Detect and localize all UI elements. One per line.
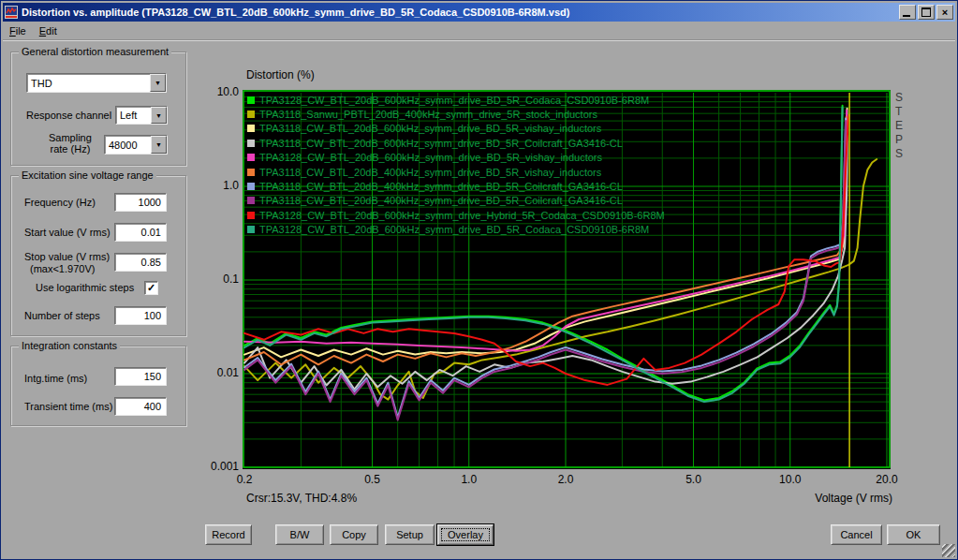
menu-edit[interactable]: Edit [33,23,64,38]
legend-row: TPA3128_CW_BTL_20dB_600kHz_symm_drive_BD… [245,223,665,237]
log-steps-checkbox[interactable]: ✓ [144,281,158,295]
x-tick-label: 0.2 [224,473,265,486]
chart-title: Distortion (%) [246,68,315,81]
sampling-rate-label: Sampling rate (Hz) [49,132,92,155]
y-tick-label: 0.1 [196,273,239,286]
close-icon: × [942,7,948,17]
x-tick-label: 2.0 [545,473,586,486]
legend-label: TPA3118_CW_BTL_20dB_600kHz_symm_drive_BD… [259,123,601,134]
overlay-button[interactable]: Overlay [437,524,494,545]
transient-time-field[interactable]: 400 [114,397,167,416]
x-tick-label: 1.0 [449,473,490,486]
legend-marker [247,197,255,204]
x-tick-label: 0.5 [351,473,392,486]
legend-marker [247,169,255,176]
legend-row: TPA3118_CW_BTL_20dB_600kHz_symm_drive_BD… [245,136,665,150]
legend-marker [247,212,255,219]
menu-bar: File Edit [3,22,955,40]
measurement-type-value: THD [27,78,150,89]
legend-label: TPA3118_CW_BTL_20dB_600kHz_symm_drive_BD… [259,138,623,149]
legend-label: TPA3128_CW_BTL_20dB_600kHz_symm_drive_BD… [259,95,649,106]
cursor-readout: Crsr:15.3V, THD:4.8% [246,492,357,505]
measurement-type-combo[interactable]: THD ▼ [26,73,167,93]
intg-time-field[interactable]: 150 [114,367,167,386]
close-button[interactable]: × [936,5,953,20]
legend-row: TPA3118_CW_BTL_20dB_400kHz_symm_drive_BD… [245,179,665,193]
legend-label: TPA3128_CW_BTL_20dB_600kHz_symm_drive_Hy… [259,210,665,221]
number-of-steps-field[interactable]: 100 [114,306,167,325]
log-steps-label: Use logarithmic steps [36,282,134,293]
legend-marker [247,183,255,190]
response-channel-combo[interactable]: Left ▼ [115,106,168,125]
minimize-icon [903,15,910,17]
chevron-down-icon[interactable]: ▼ [150,74,166,92]
frequency-label: Frequency (Hz) [24,197,96,208]
record-button[interactable]: Record [205,524,252,545]
excitation-group: Excitation sine voltage range Frequency … [10,175,186,336]
legend-label: TPA3128_CW_BTL_20dB_600kHz_symm_drive_BD… [259,224,649,235]
legend-marker [247,154,255,161]
maximize-button[interactable] [918,5,935,20]
x-tick-label: 10.0 [770,473,811,486]
chevron-down-icon[interactable]: ▼ [151,107,167,124]
legend-marker [247,111,255,118]
cancel-button[interactable]: Cancel [831,524,882,545]
integration-group: Integration constants Intg.time (ms) 150… [10,346,186,426]
legend-label: TPA3128_CW_BTL_20dB_600kHz_symm_drive_BD… [259,152,602,163]
chevron-down-icon[interactable]: ▼ [151,136,167,154]
y-tick-label: 10.0 [196,85,239,98]
app-icon [5,6,18,19]
legend-row: TPA3118_Sanwu_PBTL_20dB_400kHz_symm_driv… [245,107,665,121]
legend-marker [247,125,255,132]
legend-row: TPA3128_CW_BTL_20dB_600kHz_symm_drive_BD… [245,93,665,107]
start-value-field[interactable]: 0.01 [114,223,167,242]
x-axis-title: Voltage (V rms) [750,492,892,505]
number-of-steps-label: Number of steps [24,310,100,321]
legend-row: TPA3128_CW_BTL_20dB_600kHz_symm_drive_BD… [245,151,665,165]
y-tick-label: 0.001 [196,460,239,473]
chart-legend: TPA3128_CW_BTL_20dB_600kHz_symm_drive_BD… [245,93,665,237]
excitation-group-title: Excitation sine voltage range [19,169,156,181]
legend-marker [247,140,255,147]
response-channel-value: Left [116,110,151,121]
y-tick-label: 0.01 [196,366,239,379]
legend-row: TPA3128_CW_BTL_20dB_600kHz_symm_drive_Hy… [245,208,665,222]
stop-value-note: (max<1.970V) [30,263,95,274]
legend-label: TPA3118_CW_BTL_20dB_400kHz_symm_drive_BD… [259,167,601,178]
steps-side-label: S T E P S [895,91,903,161]
window-title: Distortion vs. amplitude (TPA3128_CW_BTL… [22,7,897,18]
sampling-rate-combo[interactable]: 48000 ▼ [104,135,168,155]
title-bar[interactable]: Distortion vs. amplitude (TPA3128_CW_BTL… [3,3,955,22]
menu-file[interactable]: File [3,23,33,38]
ok-button[interactable]: OK [887,524,940,545]
response-channel-label: Response channel [26,110,111,121]
start-value-label: Start value (V rms) [24,227,111,238]
bw-button[interactable]: B/W [275,524,324,545]
legend-row: TPA3118_CW_BTL_20dB_400kHz_symm_drive_BD… [245,165,665,179]
minimize-button[interactable] [899,5,916,20]
legend-label: TPA3118_CW_BTL_20dB_400kHz_symm_drive_BD… [259,195,623,206]
legend-row: TPA3118_CW_BTL_20dB_400kHz_symm_drive_BD… [245,194,665,208]
legend-marker [247,226,255,233]
general-distortion-group: General distortion measurement THD ▼ Res… [10,52,186,166]
sampling-rate-value: 48000 [105,140,151,151]
integration-group-title: Integration constants [19,340,120,351]
stop-value-field[interactable]: 0.85 [114,253,167,272]
legend-label: TPA3118_Sanwu_PBTL_20dB_400kHz_symm_driv… [259,109,597,120]
copy-button[interactable]: Copy [330,524,378,545]
stop-value-label: Stop value (V rms) [24,251,110,262]
y-tick-label: 1.0 [196,179,239,192]
steps-dialog-window: Distortion vs. amplitude (TPA3128_CW_BTL… [0,0,958,560]
setup-button[interactable]: Setup [385,524,435,545]
maximize-icon [921,7,931,17]
x-tick-label: 5.0 [672,473,714,486]
legend-label: TPA3118_CW_BTL_20dB_400kHz_symm_drive_BD… [259,181,623,192]
legend-marker [247,96,255,104]
resize-grip[interactable] [942,544,955,557]
x-tick-label: 20.0 [866,473,907,486]
legend-row: TPA3118_CW_BTL_20dB_600kHz_symm_drive_BD… [245,122,665,136]
general-group-title: General distortion measurement [19,46,171,57]
intg-time-label: Intg.time (ms) [24,373,87,384]
transient-time-label: Transient time (ms) [24,401,112,412]
frequency-field[interactable]: 1000 [114,193,167,212]
